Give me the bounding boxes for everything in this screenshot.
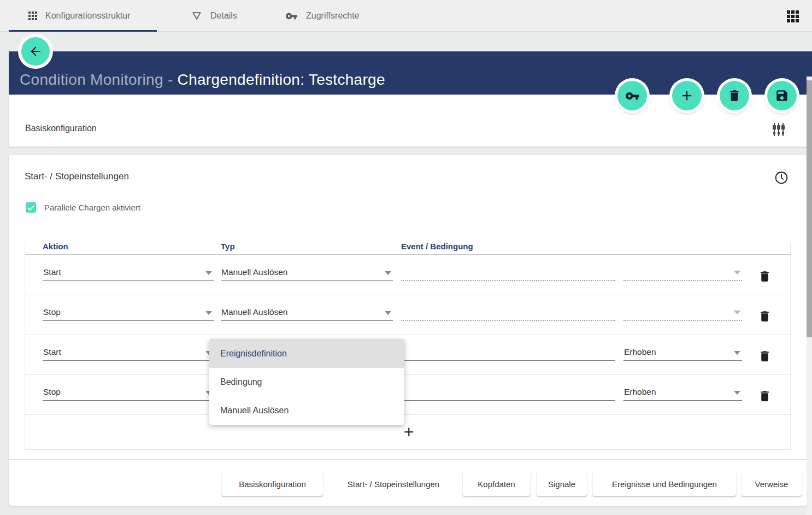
grid-icon: [28, 11, 37, 20]
event-input[interactable]: [401, 265, 615, 281]
start-stop-table: Aktion Typ Event / Bedingung Start Manue…: [25, 242, 791, 450]
save-button[interactable]: [767, 81, 797, 110]
add-row-area: +: [25, 415, 791, 450]
nav-button-basiskonfiguration[interactable]: Basiskonfiguration: [222, 472, 323, 496]
chevron-down-icon: [205, 311, 212, 315]
nav-label-start-stopeinstellungen: Start- / Stopeinstellungen: [339, 472, 448, 496]
chevron-down-icon: [734, 311, 740, 314]
event-input[interactable]: [401, 305, 615, 321]
bottom-divider: [9, 459, 807, 460]
chevron-down-icon: [385, 311, 391, 315]
check-icon: [27, 204, 35, 211]
tab-details[interactable]: Details: [191, 0, 237, 32]
typ-value: Manuell Auslösen: [221, 267, 288, 277]
back-button[interactable]: [21, 37, 50, 66]
table-row: Start Erhoben: [25, 335, 791, 375]
page-title-prefix: Condition Monitoring -: [20, 71, 178, 88]
scrollbar-thumb[interactable]: [807, 80, 812, 337]
modus-select[interactable]: Erhoben: [623, 344, 742, 361]
aktion-value: Start: [43, 267, 61, 277]
typ-select[interactable]: Manuell Auslösen: [221, 265, 393, 281]
delete-row-button[interactable]: [758, 389, 772, 403]
nav-button-signale[interactable]: Signale: [537, 472, 587, 496]
page-title-main: Chargendefinition: Testcharge: [178, 71, 385, 88]
aktion-select[interactable]: Stop: [43, 384, 214, 401]
table-row: Start Manuell Auslösen: [25, 255, 791, 295]
column-header-typ: Typ: [221, 242, 235, 251]
modus-value: Erhoben: [624, 347, 656, 357]
event-input[interactable]: [401, 384, 615, 401]
add-row-button[interactable]: +: [401, 424, 417, 441]
nav-button-verweise[interactable]: Verweise: [742, 472, 802, 496]
key-icon: [285, 10, 298, 22]
delete-button[interactable]: [720, 81, 749, 110]
aktion-value: Stop: [43, 307, 61, 317]
parallel-charges-label: Parallele Chargen aktiviert: [44, 203, 140, 212]
nav-button-ereignisse-und-bedingungen[interactable]: Ereignisse und Bedingungen: [593, 472, 736, 496]
chevron-down-icon: [734, 391, 740, 395]
funnel-icon: [191, 10, 202, 21]
sliders-icon[interactable]: [771, 122, 786, 137]
scrollbar[interactable]: [807, 77, 812, 515]
apps-grid-icon[interactable]: [787, 10, 799, 22]
chevron-down-icon: [385, 271, 391, 275]
plus-icon: [679, 88, 695, 103]
page-title: Condition Monitoring - Chargendefinition…: [20, 71, 385, 89]
section-title: Start- / Stopeinstellungen: [25, 171, 129, 182]
clock-icon[interactable]: [774, 171, 789, 185]
delete-row-button[interactable]: [758, 270, 772, 284]
basiskonfiguration-label: Basiskonfiguration: [25, 124, 97, 133]
tab-zugriffsrechte[interactable]: Zugriffsrechte: [285, 0, 360, 32]
start-stop-card: Start- / Stopeinstellungen Parallele Cha…: [9, 155, 807, 506]
parallel-charges-row: Parallele Chargen aktiviert: [26, 202, 140, 213]
permissions-button[interactable]: [617, 81, 647, 110]
event-input[interactable]: [401, 344, 615, 361]
nav-button-kopfdaten[interactable]: Kopfdaten: [463, 472, 530, 496]
delete-row-button[interactable]: [758, 349, 772, 364]
arrow-left-icon: [28, 44, 43, 58]
app-screen: Konfigurationsstruktur Details Zugriffsr…: [0, 0, 812, 515]
aktion-select[interactable]: Start: [43, 265, 214, 281]
aktion-value: Start: [43, 347, 61, 357]
modus-select[interactable]: Erhoben: [623, 384, 742, 401]
modus-select[interactable]: [623, 265, 742, 281]
trash-icon: [727, 89, 742, 103]
aktion-select[interactable]: Stop: [43, 305, 214, 321]
active-tab-indicator: [9, 30, 157, 32]
menu-item-bedingung[interactable]: Bedingung: [209, 368, 404, 396]
modus-value: Erhoben: [624, 387, 656, 397]
table-row: Stop Manuell Auslösen: [25, 295, 791, 335]
tab-konfigurationsstruktur[interactable]: Konfigurationsstruktur: [28, 0, 131, 32]
table-row: Stop Erhoben: [25, 375, 791, 415]
tab-label: Konfigurationsstruktur: [45, 11, 131, 21]
save-icon: [775, 89, 789, 103]
column-header-aktion: Aktion: [43, 242, 68, 251]
parallel-charges-checkbox[interactable]: [26, 202, 36, 213]
tab-label: Details: [210, 11, 237, 21]
top-tab-bar: Konfigurationsstruktur Details Zugriffsr…: [0, 0, 812, 32]
typ-dropdown-menu: Ereignisdefinition Bedingung Manuell Aus…: [209, 339, 404, 425]
chevron-down-icon: [734, 351, 740, 355]
typ-value: Manuell Auslösen: [221, 307, 288, 317]
key-icon: [625, 89, 640, 103]
table-header-row: Aktion Typ Event / Bedingung: [25, 242, 791, 255]
aktion-select[interactable]: Start: [43, 344, 214, 361]
tab-label: Zugriffsrechte: [306, 11, 360, 21]
column-header-event: Event / Bedingung: [401, 242, 473, 251]
chevron-down-icon: [734, 271, 740, 274]
chevron-down-icon: [205, 271, 212, 275]
modus-select[interactable]: [623, 305, 742, 321]
menu-item-manuell-ausloesen[interactable]: Manuell Auslösen: [209, 396, 404, 425]
delete-row-button[interactable]: [758, 309, 772, 324]
aktion-value: Stop: [43, 387, 61, 397]
add-button[interactable]: [672, 81, 702, 110]
typ-select[interactable]: Manuell Auslösen: [221, 305, 393, 321]
menu-item-ereignisdefinition[interactable]: Ereignisdefinition: [209, 339, 404, 368]
